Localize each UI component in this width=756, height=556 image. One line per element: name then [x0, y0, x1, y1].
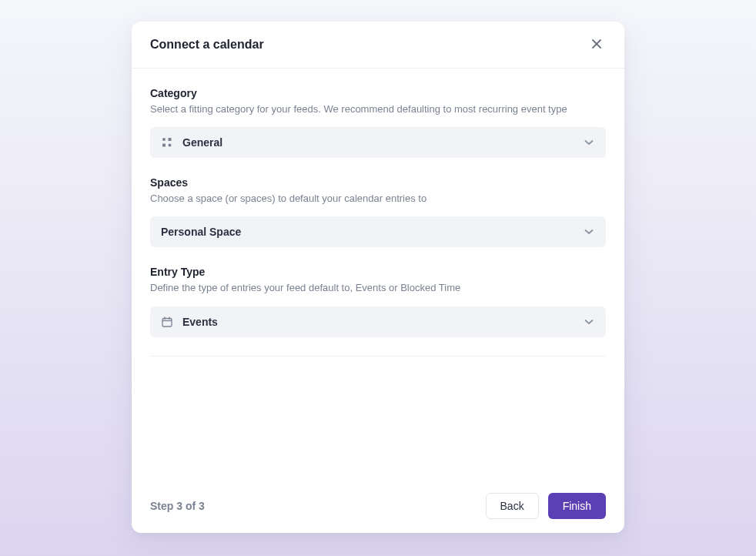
chevron-down-icon: [583, 316, 595, 328]
entry-type-title: Entry Type: [150, 266, 606, 278]
back-button[interactable]: Back: [486, 493, 539, 519]
chevron-down-icon: [583, 136, 595, 149]
spaces-description: Choose a space (or spaces) to default yo…: [150, 192, 606, 206]
footer-buttons: Back Finish: [486, 493, 606, 519]
entry-type-selected-value: Events: [182, 316, 574, 328]
category-title: Category: [150, 87, 606, 99]
modal-header: Connect a calendar: [132, 22, 624, 69]
step-indicator: Step 3 of 3: [150, 500, 205, 512]
svg-point-5: [169, 144, 172, 147]
modal-body: Category Select a fitting category for y…: [132, 69, 624, 479]
spaces-selected-value: Personal Space: [161, 226, 574, 238]
connect-calendar-modal: Connect a calendar Category Select a fit…: [132, 22, 624, 533]
entry-type-select[interactable]: Events: [150, 306, 606, 337]
svg-rect-4: [162, 144, 166, 147]
divider: [150, 356, 606, 357]
modal-title: Connect a calendar: [150, 38, 264, 52]
category-description: Select a fitting category for your feeds…: [150, 102, 606, 116]
spaces-title: Spaces: [150, 176, 606, 189]
spaces-select[interactable]: Personal Space: [150, 216, 606, 247]
chevron-down-icon: [583, 226, 595, 238]
category-icon: [161, 136, 173, 149]
svg-rect-3: [169, 138, 172, 141]
finish-button[interactable]: Finish: [548, 493, 606, 519]
close-button[interactable]: [587, 35, 606, 54]
entry-type-description: Define the type of entries your feed def…: [150, 281, 606, 295]
category-field: Category Select a fitting category for y…: [150, 87, 606, 158]
close-icon: [591, 39, 602, 52]
entry-type-field: Entry Type Define the type of entries yo…: [150, 266, 606, 337]
svg-point-2: [162, 138, 166, 141]
calendar-icon: [161, 316, 173, 328]
category-selected-value: General: [182, 136, 574, 149]
spaces-field: Spaces Choose a space (or spaces) to def…: [150, 176, 606, 247]
modal-footer: Step 3 of 3 Back Finish: [132, 479, 624, 533]
svg-rect-6: [162, 318, 172, 327]
category-select[interactable]: General: [150, 127, 606, 158]
